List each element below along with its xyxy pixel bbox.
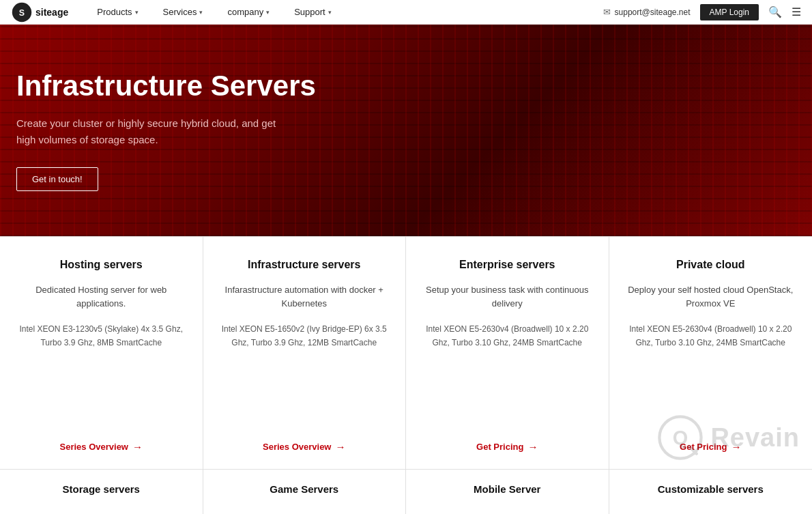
- private-cloud-specs: Intel XEON E5-2630v4 (Broadwell) 10 x 2.…: [626, 323, 796, 350]
- enterprise-servers-desc: Setup your business task with continuous…: [422, 283, 592, 311]
- nav-services[interactable]: Services ▾: [151, 0, 216, 25]
- hosting-servers-card: Hosting servers Dedicated Hosting server…: [0, 237, 203, 469]
- logo-icon: S: [11, 1, 33, 23]
- customizable-servers-card: Customizable servers: [609, 470, 813, 514]
- arrow-right-icon: →: [527, 441, 538, 453]
- storage-servers-title: Storage servers: [63, 483, 140, 495]
- arrow-right-icon: →: [132, 441, 143, 453]
- chevron-down-icon: ▾: [199, 9, 203, 16]
- customizable-servers-title: Customizable servers: [658, 483, 764, 495]
- game-servers-title: Game Servers: [270, 483, 338, 495]
- arrow-right-icon: →: [335, 441, 345, 453]
- enterprise-servers-pricing-link[interactable]: Get Pricing →: [476, 441, 538, 453]
- infrastructure-servers-specs: Intel XEON E5-1650v2 (Ivy Bridge-EP) 6x …: [220, 323, 390, 350]
- logo-text: siteage: [35, 7, 68, 18]
- logo[interactable]: S siteage: [11, 1, 68, 23]
- hero-section: Infrastructure Servers Create your clust…: [0, 25, 812, 236]
- private-cloud-desc: Deploy your self hosted cloud OpenStack,…: [626, 283, 796, 311]
- svg-text:S: S: [19, 8, 25, 18]
- chevron-down-icon: ▾: [328, 9, 332, 16]
- hosting-servers-title: Hosting servers: [60, 259, 143, 271]
- hosting-servers-specs: Intel XEON E3-1230v5 (Skylake) 4x 3.5 Gh…: [16, 323, 186, 350]
- infrastructure-servers-desc: Infarastructure automation with docker +…: [220, 283, 390, 311]
- chevron-down-icon: ▾: [135, 9, 139, 16]
- nav-company[interactable]: company ▾: [215, 0, 282, 25]
- mobile-server-card: Mobile Server: [406, 470, 609, 514]
- revain-watermark: Q Revain: [657, 414, 800, 461]
- revain-logo-icon: Q: [657, 414, 704, 461]
- nav-support[interactable]: Support ▾: [282, 0, 344, 25]
- search-icon[interactable]: 🔍: [768, 5, 782, 18]
- server-cards-section: Hosting servers Dedicated Hosting server…: [0, 236, 812, 469]
- storage-servers-card: Storage servers: [0, 470, 203, 514]
- hosting-servers-desc: Dedicated Hosting server for web applica…: [16, 283, 186, 311]
- chevron-down-icon: ▾: [266, 9, 270, 16]
- nav-products[interactable]: Products ▾: [85, 0, 150, 25]
- hosting-servers-series-link[interactable]: Series Overview →: [60, 441, 143, 453]
- mobile-server-title: Mobile Server: [474, 483, 540, 495]
- hero-content: Infrastructure Servers Create your clust…: [16, 70, 371, 190]
- bottom-cards-section: Storage servers Game Servers Mobile Serv…: [0, 469, 812, 514]
- amp-login-button[interactable]: AMP Login: [700, 4, 759, 20]
- svg-text:Q: Q: [673, 427, 688, 448]
- hero-subtitle: Create your cluster or highly secure hyb…: [16, 115, 371, 148]
- navbar-right: ✉ support@siteage.net AMP Login 🔍 ☰: [603, 4, 801, 20]
- infrastructure-servers-card: Infrastructure servers Infarastructure a…: [203, 237, 407, 469]
- hero-cta-button[interactable]: Get in touch!: [16, 167, 98, 191]
- private-cloud-card: Private cloud Deploy your self hosted cl…: [609, 237, 813, 469]
- navbar: S siteage Products ▾ Services ▾ company …: [0, 0, 812, 25]
- enterprise-servers-title: Enterprise servers: [459, 259, 555, 271]
- nav-links: Products ▾ Services ▾ company ▾ Support …: [85, 0, 603, 25]
- hero-title: Infrastructure Servers: [16, 70, 371, 102]
- enterprise-servers-card: Enterprise servers Setup your business t…: [406, 237, 609, 469]
- support-email[interactable]: ✉ support@siteage.net: [603, 7, 691, 17]
- game-servers-card: Game Servers: [203, 470, 407, 514]
- infrastructure-servers-series-link[interactable]: Series Overview →: [263, 441, 345, 453]
- envelope-icon: ✉: [603, 7, 611, 17]
- private-cloud-title: Private cloud: [676, 259, 744, 271]
- hamburger-menu-icon[interactable]: ☰: [792, 5, 801, 18]
- infrastructure-servers-title: Infrastructure servers: [248, 259, 360, 271]
- revain-text: Revain: [710, 423, 800, 453]
- enterprise-servers-specs: Intel XEON E5-2630v4 (Broadwell) 10 x 2.…: [422, 323, 592, 350]
